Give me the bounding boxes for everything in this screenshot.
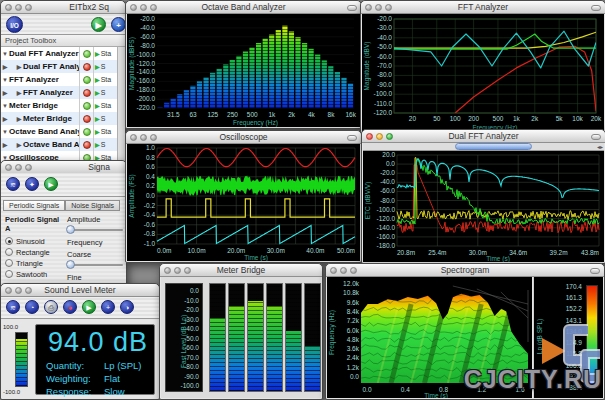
tab-noise-signals[interactable]: Noise Signals	[65, 200, 120, 211]
toolbar-toggle-icon[interactable]	[347, 135, 357, 141]
chevron-right-icon[interactable]: ▶	[1, 89, 9, 96]
minimize-icon[interactable]	[340, 267, 347, 274]
chevron-down-icon[interactable]: ▼	[1, 77, 9, 83]
io-button[interactable]: I/O	[6, 16, 23, 33]
close-icon[interactable]	[366, 133, 373, 140]
close-icon[interactable]	[5, 164, 12, 171]
minimize-icon[interactable]	[15, 287, 22, 294]
scrollbar-arrows[interactable]: ◂▸	[597, 143, 603, 151]
amplitude-slider[interactable]	[67, 225, 123, 235]
zoom-icon[interactable]	[184, 267, 191, 274]
zoom-icon[interactable]	[350, 267, 357, 274]
chevron-down-icon[interactable]: ▼	[1, 51, 9, 57]
minimize-icon[interactable]	[140, 134, 147, 141]
radio-rectangle[interactable]	[5, 248, 13, 256]
add-icon[interactable]: +	[101, 300, 115, 314]
printer-icon[interactable]: ⎙	[44, 300, 58, 314]
enabled-dot-icon[interactable]	[83, 102, 91, 110]
recording-dot-icon[interactable]	[83, 89, 91, 97]
zoom-icon[interactable]	[150, 4, 157, 11]
minimize-icon[interactable]	[15, 164, 22, 171]
run-arrow-icon[interactable]: ▶	[95, 141, 100, 148]
run-arrow-icon[interactable]: ▶	[95, 63, 100, 70]
toolbox-row[interactable]: ▼FFT Analyzer▶Sta	[1, 73, 117, 86]
toolbox-row[interactable]: ▶▶Dual FFT Analyzer▶S	[1, 60, 117, 73]
svg-text:-50.0: -50.0	[377, 43, 392, 50]
octave-titlebar[interactable]: Octave Band Analyzer	[126, 1, 361, 14]
close-icon[interactable]	[164, 267, 171, 274]
mb-titlebar[interactable]: Meter Bridge	[160, 264, 322, 277]
chevron-right-icon[interactable]: ▶	[1, 63, 9, 70]
fft-titlebar[interactable]: FFT Analyzer	[361, 1, 605, 14]
svg-text:0.6: 0.6	[146, 163, 155, 170]
slm-titlebar[interactable]: Sound Level Meter	[1, 284, 159, 297]
zoom-icon[interactable]	[386, 133, 393, 140]
chevron-right-icon[interactable]: ▶	[1, 115, 9, 122]
radio-sinusoid[interactable]	[5, 237, 13, 245]
svg-text:-40.0: -40.0	[380, 178, 395, 185]
radio-triangle[interactable]	[5, 259, 13, 267]
spectro-titlebar[interactable]: Spectrogram	[326, 264, 604, 277]
close-icon[interactable]	[365, 4, 372, 11]
gauge-icon[interactable]: ◑	[120, 300, 134, 314]
enabled-dot-icon[interactable]	[83, 128, 91, 136]
scrollbar-thumb[interactable]	[455, 143, 532, 150]
toolbox-row[interactable]: ▶▶Meter Bridge▶S	[1, 112, 117, 125]
zoom-icon[interactable]	[25, 287, 32, 294]
run-arrow-icon[interactable]: ▶	[95, 50, 100, 57]
coarse-slider[interactable]	[67, 260, 123, 270]
run-arrow-icon[interactable]: ▶	[95, 128, 100, 135]
dualfft-titlebar[interactable]: Dual FFT Analyzer	[362, 130, 605, 143]
minimize-icon[interactable]	[174, 267, 181, 274]
zoom-icon[interactable]	[25, 4, 32, 11]
toolbox-row[interactable]: ▶▶Octave Band Analyzer▶S	[1, 138, 117, 151]
scope-titlebar[interactable]: Oscilloscope	[126, 131, 361, 144]
zoom-icon[interactable]	[150, 134, 157, 141]
close-icon[interactable]	[130, 4, 137, 11]
toolbar-toggle-icon[interactable]	[590, 268, 600, 274]
run-arrow-icon[interactable]: ▶	[95, 76, 100, 83]
chevron-right-icon[interactable]: ▶	[1, 141, 9, 148]
close-icon[interactable]	[330, 267, 337, 274]
toolbar-toggle-icon[interactable]	[591, 5, 601, 11]
recording-dot-icon[interactable]	[83, 63, 91, 71]
tab-periodic-signals[interactable]: Periodic Signals	[3, 200, 65, 211]
radio-sawtooth[interactable]	[5, 270, 13, 278]
fine-label: Fine	[67, 273, 123, 282]
config-icon[interactable]: ✦	[25, 177, 39, 191]
run-arrow-icon[interactable]: ▶	[95, 115, 100, 122]
minimize-icon[interactable]	[140, 4, 147, 11]
dial-icon[interactable]: ◔	[25, 300, 39, 314]
play-button[interactable]: ▶	[91, 17, 106, 32]
toolbar-toggle-icon[interactable]	[591, 134, 601, 140]
waveform-icon[interactable]: ≋	[6, 300, 20, 314]
play-icon[interactable]: ▶	[44, 177, 58, 191]
toolbox-row[interactable]: ▼Meter Bridge▶Sta	[1, 99, 117, 112]
close-icon[interactable]	[5, 287, 12, 294]
toolbox-row[interactable]: ▼Dual FFT Analyzer▶Sta	[1, 47, 117, 60]
play-icon[interactable]: ▶	[82, 300, 96, 314]
toolbox-titlebar[interactable]: EITbx2 Sq	[1, 1, 125, 14]
enabled-dot-icon[interactable]	[83, 76, 91, 84]
toolbar-toggle-icon[interactable]	[347, 5, 357, 11]
toolbox-row[interactable]: ▶▶FFT Analyzer▶S	[1, 86, 117, 99]
add-tool-button[interactable]: +	[111, 17, 126, 32]
chevron-down-icon[interactable]: ▼	[1, 103, 9, 109]
minimize-icon[interactable]	[15, 4, 22, 11]
recording-dot-icon[interactable]	[83, 115, 91, 123]
close-icon[interactable]	[5, 4, 12, 11]
minimize-icon[interactable]	[375, 4, 382, 11]
run-arrow-icon[interactable]: ▶	[95, 102, 100, 109]
close-icon[interactable]	[130, 134, 137, 141]
dualfft-scrollbar[interactable]: ◂▸	[363, 143, 604, 151]
record-icon[interactable]: ●	[63, 300, 77, 314]
recording-dot-icon[interactable]	[83, 141, 91, 149]
minimize-icon[interactable]	[376, 133, 383, 140]
enabled-dot-icon[interactable]	[83, 50, 91, 58]
run-arrow-icon[interactable]: ▶	[95, 89, 100, 96]
waveform-icon[interactable]: ≋	[6, 177, 20, 191]
chevron-down-icon[interactable]: ▼	[1, 129, 9, 135]
zoom-icon[interactable]	[25, 164, 32, 171]
zoom-icon[interactable]	[385, 4, 392, 11]
toolbox-row[interactable]: ▼Octave Band Analyzer▶Sta	[1, 125, 117, 138]
